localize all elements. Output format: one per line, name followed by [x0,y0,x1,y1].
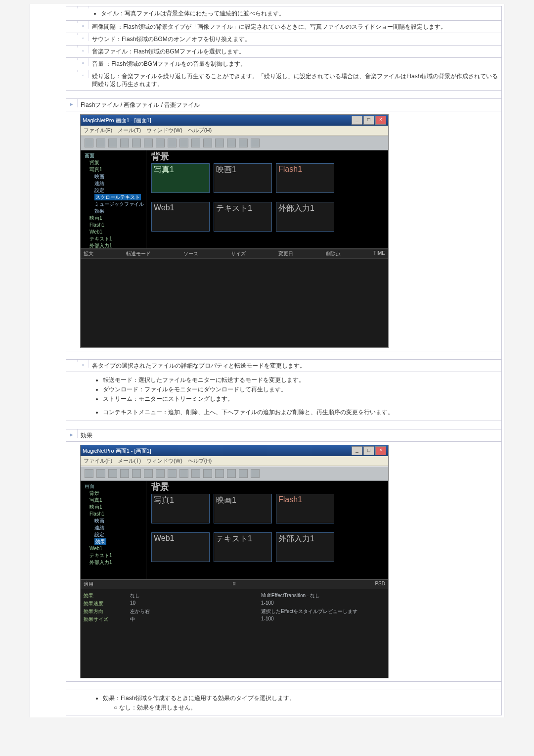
tree-item[interactable]: Flash1 [82,511,145,518]
tree-item[interactable]: 映画1 [82,215,145,222]
bullet-transfer-mode: 転送モード：選択したファイルをモニターに転送するモードを変更します。 [103,376,498,384]
tool-icon[interactable] [215,469,224,478]
slot-movie[interactable]: 映画1 [214,494,272,523]
tree-item[interactable]: テキスト1 [82,236,145,242]
maximize-button[interactable]: □ [363,446,374,455]
tool-icon[interactable] [215,139,224,147]
tree-item[interactable]: Web1 [82,229,145,236]
tree-item[interactable]: Flash1 [82,222,145,229]
tool-icon[interactable] [120,469,129,478]
tool-icon[interactable] [227,469,236,478]
gap [66,91,502,99]
minimize-button[interactable]: _ [352,446,362,455]
row-icon [78,21,89,29]
tool-icon[interactable] [251,469,260,478]
titlebar: MagicNetPro 画面1 - [画面1] _ □ × [81,445,388,456]
tool-icon[interactable] [132,469,141,478]
tool-icon[interactable] [144,469,153,478]
close-button[interactable]: × [375,446,386,455]
slot-photo[interactable]: 写真1 [151,163,210,193]
tool-icon[interactable] [251,139,260,147]
slot-text[interactable]: テキスト1 [214,532,272,562]
desc-row-5: 繰り返し：音楽ファイルを繰り返し再生することができます。「繰り返し」に設定されて… [66,70,502,91]
tool-icon[interactable] [239,139,248,147]
tree-item[interactable]: 外部入力1 [82,559,145,566]
app-window-1: MagicNetPro 画面1 - [画面1] _ □ × ファイル(F) メー… [80,114,389,348]
tree-item[interactable]: 連結 [82,524,145,531]
tree-item[interactable]: 映画1 [82,504,145,511]
toolbar [81,136,388,150]
gap [66,421,502,429]
tool-icon[interactable] [179,139,188,147]
minimize-button[interactable]: _ [352,116,362,125]
tree-item[interactable]: 設定 [82,187,145,194]
tree-item[interactable]: ミュージックファイル [82,201,145,208]
tree-item[interactable]: 連結 [82,180,145,187]
tree-item[interactable]: 背景 [82,490,145,497]
slot-flash[interactable]: Flash1 [276,163,334,193]
slot-ext[interactable]: 外部入力1 [276,532,334,562]
tool-icon[interactable] [227,139,236,147]
tool-icon[interactable] [108,469,117,478]
tree-pane[interactable]: 画面 背景 写真1 映画 連結 設定 スクロールテキスト ミュージックファイル … [81,150,146,248]
effect-sub-bullet: ○ なし：効果を使用しません。 [114,704,498,712]
menubar[interactable]: ファイル(F) メール(T) ウィンドウ(W) ヘルプ(H) [81,126,388,136]
tool-icon[interactable] [203,139,212,147]
tool-icon[interactable] [144,139,153,147]
tree-item[interactable]: テキスト1 [82,552,145,559]
tree-item[interactable]: 写真1 [82,166,145,173]
menubar[interactable]: ファイル(F) メール(T) ウィンドウ(W) ヘルプ(H) [81,456,388,466]
tool-icon[interactable] [132,139,141,147]
slot-ext[interactable]: 外部入力1 [276,202,334,232]
panel-col: サイズ [231,250,246,257]
tree-pane[interactable]: 画面 背景 写真1 映画1 Flash1 映画 連結 設定 効果 Web1 テキ… [81,481,146,579]
tool-icon[interactable] [168,469,177,478]
slot-movie[interactable]: 映画1 [214,163,272,193]
tool-icon[interactable] [96,139,105,147]
tool-icon[interactable] [85,139,93,147]
window-title: MagicNetPro 画面1 - [画面1] [83,117,151,124]
tool-icon[interactable] [156,469,165,478]
tool-icon[interactable] [239,469,248,478]
tool-icon[interactable] [203,469,212,478]
tool-icon[interactable] [96,469,105,478]
topic-icon [66,99,78,107]
tree-item-selected[interactable]: 効果 [94,538,106,545]
titlebar: MagicNetPro 画面1 - [画面1] _ □ × [81,115,388,126]
tree-item[interactable]: 映画 [82,518,145,524]
effect-bullets-container: 効果：Flash領域を作成するときに適用する効果のタイプを選択します。 ○ なし… [66,690,502,715]
window-buttons: _ □ × [352,116,386,125]
tree-item[interactable]: 設定 [82,531,145,538]
tool-icon[interactable] [191,469,200,478]
tree-item-selected[interactable]: スクロールテキスト [94,194,141,200]
gap [66,351,502,360]
tree-item[interactable]: 背景 [82,159,145,166]
tool-icon[interactable] [168,139,177,147]
tool-icon[interactable] [191,139,200,147]
tool-icon[interactable] [108,139,117,147]
tool-icon[interactable] [120,139,129,147]
tree-root[interactable]: 画面 [82,483,145,490]
row-icon [78,70,89,78]
close-button[interactable]: × [375,116,386,125]
panel-desc: 選択したEffectをスタイルプレビューします [261,608,385,615]
tree-root[interactable]: 画面 [82,152,145,159]
gutter-blank [66,6,78,8]
slot-web[interactable]: Web1 [151,202,210,232]
tool-icon[interactable] [156,139,165,147]
tool-icon[interactable] [179,469,188,478]
tree-item[interactable]: Web1 [82,545,145,552]
slot-web[interactable]: Web1 [151,532,210,562]
desc-5: 繰り返し：音楽ファイルを繰り返し再生することができます。「繰り返し」に設定されて… [89,70,501,90]
panel-header: 拡大 転送モード ソース サイズ 変更日 削除点 TIME [81,249,388,259]
bullets2-container: 転送モード：選択したファイルをモニターに転送するモードを変更します。 ダウンロー… [66,372,502,421]
slot-photo[interactable]: 写真1 [151,494,210,523]
tree-item[interactable]: 効果 [82,208,145,215]
maximize-button[interactable]: □ [363,116,374,125]
tool-icon[interactable] [85,469,93,478]
slot-flash[interactable]: Flash1 [276,494,334,523]
tree-item[interactable]: 写真1 [82,497,145,504]
slot-text[interactable]: テキスト1 [214,202,272,232]
screenshot-2-container: MagicNetPro 画面1 - [画面1] _ □ × ファイル(F) メー… [66,442,502,682]
tree-item[interactable]: 映画 [82,173,145,180]
